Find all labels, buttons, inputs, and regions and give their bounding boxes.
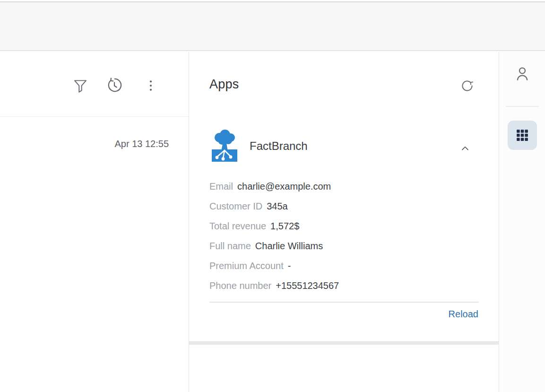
top-header-band [0, 0, 545, 51]
field-label: Total revenue [209, 221, 266, 231]
apps-panel-title: Apps [209, 77, 239, 92]
collapse-app-button[interactable] [455, 138, 476, 159]
field-label: Premium Account [209, 261, 284, 271]
field-value: +15551234567 [276, 280, 339, 291]
field-value: charlie@example.com [237, 181, 331, 192]
history-button[interactable] [104, 75, 125, 96]
field-value: Charlie Williams [255, 241, 323, 251]
card-divider [209, 302, 479, 303]
field-value: - [288, 261, 291, 271]
field-label: Phone number [209, 280, 271, 291]
field-row-customer-id: Customer ID345a [209, 196, 479, 216]
field-label: Email [209, 181, 233, 192]
field-value: 345a [267, 201, 288, 211]
app-window: Apr 13 12:55 Apps [0, 0, 545, 392]
more-options-button[interactable] [140, 75, 161, 96]
field-label: Full name [209, 241, 251, 251]
app-name-label: FactBranch [250, 139, 308, 153]
filter-funnel-icon [72, 78, 88, 94]
field-row-total-revenue: Total revenue1,572$ [209, 216, 479, 236]
message-timestamp: Apr 13 12:55 [114, 139, 169, 149]
conversation-panel: Apr 13 12:55 [0, 52, 189, 392]
field-row-premium-account: Premium Account- [209, 256, 479, 276]
field-row-phone-number: Phone number+15551234567 [209, 276, 479, 296]
sidebar-divider [506, 106, 539, 107]
field-label: Customer ID [209, 201, 262, 211]
person-icon [514, 65, 531, 87]
panel-section-divider [189, 341, 499, 345]
factbranch-app-header[interactable]: FactBranch [209, 129, 479, 163]
field-row-email: Emailcharlie@example.com [209, 176, 479, 196]
kebab-menu-icon [144, 78, 158, 94]
conversation-toolbar [0, 52, 189, 117]
reload-link[interactable]: Reload [449, 309, 478, 320]
filter-button[interactable] [70, 75, 91, 96]
field-row-full-name: Full nameCharlie Williams [209, 236, 479, 256]
field-value: 1,572$ [270, 221, 299, 231]
customer-fields-list: Emailcharlie@example.com Customer ID345a… [209, 176, 479, 296]
history-clock-icon [105, 77, 123, 95]
top-edge-strip [0, 0, 545, 2]
grid-3x3-icon [515, 128, 529, 142]
right-sidebar [500, 52, 545, 392]
profile-button[interactable] [512, 65, 533, 86]
apps-sidebar-button[interactable] [508, 121, 537, 150]
chevron-up-icon [459, 142, 471, 155]
refresh-apps-button[interactable] [457, 75, 477, 96]
refresh-icon [460, 78, 475, 93]
factbranch-tree-logo [209, 129, 240, 163]
